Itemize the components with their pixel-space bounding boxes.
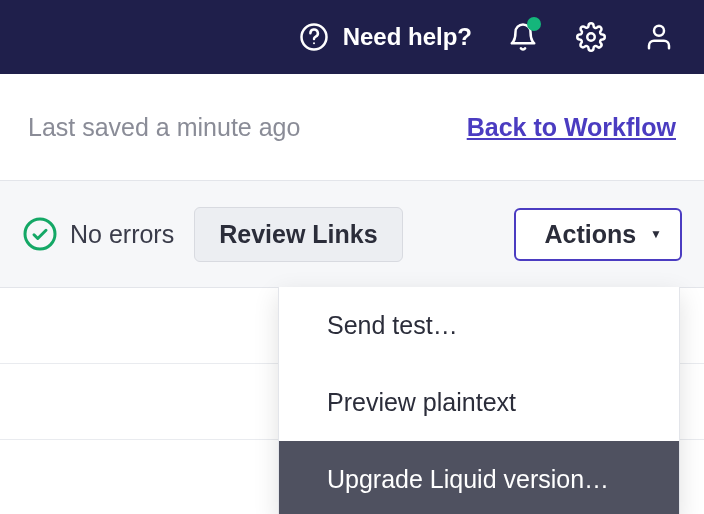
account-button[interactable]: [642, 20, 676, 54]
notifications-button[interactable]: [506, 20, 540, 54]
toolbar: No errors Review Links Actions ▼ Send te…: [0, 180, 704, 288]
help-icon: [297, 20, 331, 54]
check-circle-icon: [22, 216, 58, 252]
svg-point-1: [313, 42, 315, 44]
errors-label: No errors: [70, 220, 174, 249]
actions-dropdown-button[interactable]: Actions ▼: [514, 208, 682, 261]
notification-dot: [527, 17, 541, 31]
actions-dropdown-menu: Send test… Preview plaintext Upgrade Liq…: [278, 287, 680, 514]
svg-point-4: [25, 219, 55, 249]
menu-item-upgrade-liquid[interactable]: Upgrade Liquid version…: [279, 441, 679, 514]
sub-bar: Last saved a minute ago Back to Workflow: [0, 74, 704, 180]
user-icon: [644, 22, 674, 52]
caret-down-icon: ▼: [650, 227, 662, 241]
errors-status: No errors: [22, 216, 174, 252]
need-help-button[interactable]: Need help?: [297, 20, 472, 54]
back-to-workflow-link[interactable]: Back to Workflow: [467, 113, 676, 142]
need-help-label: Need help?: [343, 23, 472, 51]
settings-button[interactable]: [574, 20, 608, 54]
menu-item-preview-plaintext[interactable]: Preview plaintext: [279, 364, 679, 441]
svg-point-2: [587, 33, 595, 41]
actions-label: Actions: [544, 220, 636, 249]
review-links-button[interactable]: Review Links: [194, 207, 402, 262]
gear-icon: [576, 22, 606, 52]
svg-point-3: [654, 26, 664, 36]
menu-item-send-test[interactable]: Send test…: [279, 287, 679, 364]
top-nav: Need help?: [0, 0, 704, 74]
last-saved-text: Last saved a minute ago: [28, 113, 300, 142]
